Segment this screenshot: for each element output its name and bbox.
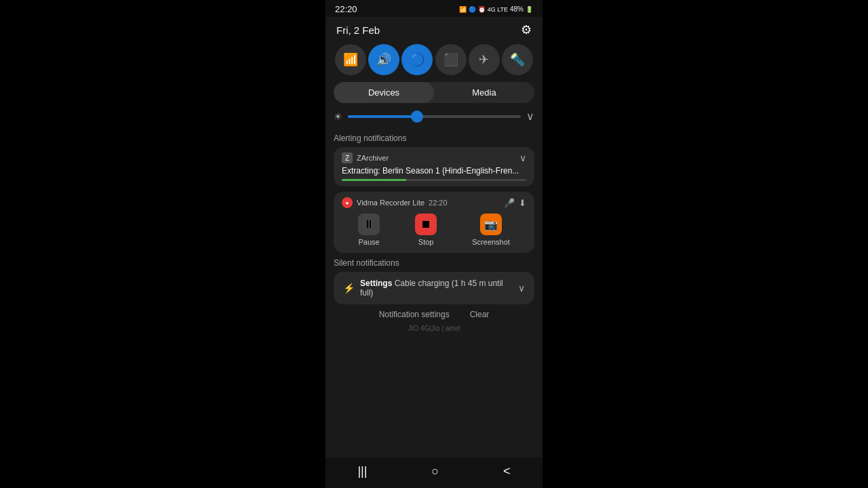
airplane-icon: ✈ (479, 52, 489, 67)
battery-percent: 48% (510, 5, 524, 13)
status-bar: 22:20 📶 🔵 ⏰ 4G LTE 48% 🔋 (326, 0, 542, 17)
tab-media[interactable]: Media (434, 82, 534, 103)
vidma-header: ● Vidma Recorder Lite 22:20 🎤 ⬇ (334, 192, 534, 212)
settings-expand-icon[interactable]: ∨ (518, 283, 525, 293)
status-icons: 📶 🔵 ⏰ 4G LTE 48% 🔋 (459, 5, 533, 13)
zarchiver-notification[interactable]: Z ZArchiver ∨ Extracting: Berlin Season … (334, 147, 534, 186)
brightness-row: ☀ ∨ (326, 110, 542, 131)
zarchiver-header: Z ZArchiver ∨ (334, 147, 534, 166)
recent-apps-button[interactable]: ||| (357, 464, 367, 479)
stop-icon: ⏹ (415, 214, 437, 235)
sound-icon: 🔊 (376, 52, 391, 67)
vidma-app-icon: ● (342, 197, 353, 208)
vidma-pause-button[interactable]: ⏸ Pause (358, 214, 380, 246)
pause-icon: ⏸ (358, 214, 380, 235)
qs-header: Fri, 2 Feb ⚙ (326, 17, 542, 41)
zarchiver-expand-icon[interactable]: ∨ (519, 152, 526, 163)
notifications-section: Alerting notifications Z ZArchiver ∨ Ext… (326, 131, 542, 322)
notification-settings-button[interactable]: Notification settings (379, 310, 450, 319)
zarchiver-title: Extracting: Berlin Season 1 {Hindi-Engli… (342, 166, 526, 176)
qs-date: Fri, 2 Feb (336, 24, 380, 36)
bluetooth-toggle[interactable]: 🔵 (401, 44, 433, 75)
vidma-actions: ⏸ Pause ⏹ Stop 📷 Screenshot (334, 212, 534, 253)
battery-icon: 🔋 (526, 6, 533, 13)
bluetooth-icon: 🔵 (410, 52, 425, 67)
brightness-thumb[interactable] (411, 110, 423, 123)
status-time: 22:20 (335, 4, 357, 14)
sound-toggle[interactable]: 🔊 (368, 44, 399, 75)
vidma-left: ● Vidma Recorder Lite 22:20 (342, 197, 448, 208)
flashlight-toggle[interactable]: 🔦 (502, 44, 533, 75)
screen-record-toggle[interactable]: ⬛ (435, 44, 467, 75)
screen-record-icon: ⬛ (443, 52, 458, 67)
wifi-toggle[interactable]: 📶 (335, 44, 366, 75)
screenshot-label: Screenshot (472, 238, 510, 246)
carrier-info: JIO 4G|Jio | airtel (326, 322, 542, 335)
flashlight-icon: 🔦 (510, 52, 525, 67)
settings-notification-text: Settings Cable charging (1 h 45 m until … (360, 279, 518, 298)
brightness-fill (348, 115, 417, 118)
brightness-expand-icon[interactable]: ∨ (526, 110, 534, 123)
vidma-right-icons: 🎤 ⬇ (504, 198, 526, 208)
brightness-slider[interactable] (348, 115, 521, 118)
screenshot-icon: 📷 (480, 214, 502, 235)
settings-app-name: Settings (360, 279, 392, 288)
alerting-notifications-label: Alerting notifications (334, 134, 534, 143)
home-button[interactable]: ○ (431, 464, 439, 479)
silent-content: ⚡ Settings Cable charging (1 h 45 m unti… (343, 279, 518, 298)
wifi-icon: 📶 (343, 52, 358, 67)
pause-label: Pause (358, 238, 379, 246)
sim-icon: 📶 (459, 6, 467, 13)
vidma-download-icon: ⬇ (519, 198, 526, 208)
zarchiver-progress-bar (342, 179, 526, 181)
silent-notifications-label: Silent notifications (334, 258, 534, 268)
quick-settings-panel: Fri, 2 Feb ⚙ 📶 🔊 🔵 ⬛ ✈ 🔦 (326, 17, 542, 458)
quick-toggles: 📶 🔊 🔵 ⬛ ✈ 🔦 (326, 41, 542, 82)
vidma-stop-button[interactable]: ⏹ Stop (415, 214, 437, 246)
bluetooth-status-icon: 🔵 (469, 6, 476, 13)
zarchiver-content: Extracting: Berlin Season 1 {Hindi-Engli… (334, 166, 534, 186)
tab-devices[interactable]: Devices (334, 82, 434, 103)
settings-icon[interactable]: ⚙ (521, 22, 532, 37)
zarchiver-progress-fill (342, 179, 406, 181)
notification-bottom-actions: Notification settings Clear (334, 304, 534, 322)
vidma-screenshot-button[interactable]: 📷 Screenshot (472, 214, 510, 246)
vidma-notification[interactable]: ● Vidma Recorder Lite 22:20 🎤 ⬇ ⏸ Pause (334, 192, 534, 253)
stop-label: Stop (418, 238, 434, 246)
vidma-mic-icon: 🎤 (504, 198, 515, 208)
airplane-toggle[interactable]: ✈ (469, 44, 500, 75)
zarchiver-app-info: Z ZArchiver (342, 152, 389, 163)
charging-icon: ⚡ (343, 283, 355, 293)
zarchiver-app-name: ZArchiver (357, 154, 389, 162)
clear-button[interactable]: Clear (470, 310, 490, 319)
vidma-notification-time: 22:20 (429, 199, 448, 207)
device-media-tabs: Devices Media (334, 82, 534, 103)
zarchiver-icon: Z (342, 152, 353, 163)
back-button[interactable]: < (503, 464, 511, 479)
brightness-icon: ☀ (334, 111, 342, 122)
nav-bar: ||| ○ < (326, 458, 542, 488)
settings-notification[interactable]: ⚡ Settings Cable charging (1 h 45 m unti… (334, 272, 534, 304)
vidma-app-name: Vidma Recorder Lite (357, 199, 425, 207)
alarm-icon: ⏰ (478, 6, 486, 13)
signal-icon: 4G LTE (488, 6, 508, 13)
